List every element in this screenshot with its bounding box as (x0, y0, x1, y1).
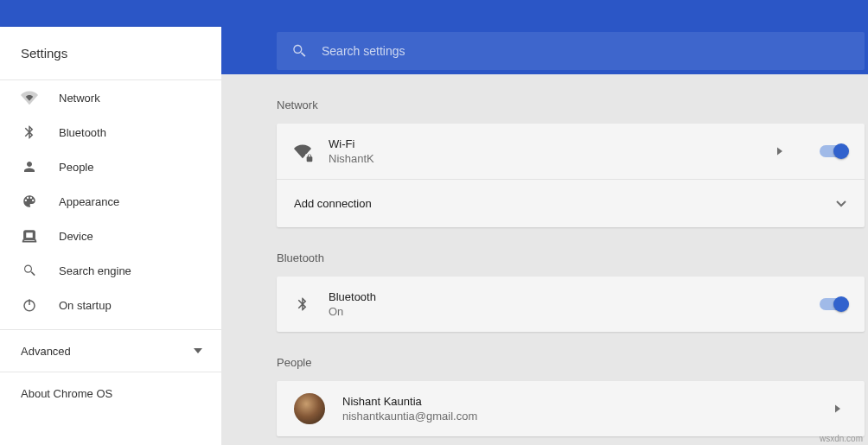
bluetooth-toggle[interactable] (820, 298, 847, 310)
add-connection-text: Add connection (294, 197, 828, 210)
chevron-down-icon (835, 198, 847, 210)
section-title-people: People (221, 332, 868, 381)
arrow-right-icon[interactable] (775, 146, 785, 156)
sidebar-item-bluetooth[interactable]: Bluetooth (0, 115, 221, 149)
bluetooth-status: On (329, 305, 820, 318)
title-bar (0, 0, 868, 27)
advanced-label: Advanced (21, 345, 71, 358)
power-icon (21, 296, 38, 314)
sidebar-item-label: Network (59, 92, 100, 105)
search-icon (21, 262, 38, 279)
content-area: Network Wi-Fi NishantK Add connection (221, 27, 868, 445)
wifi-connected-icon (294, 143, 311, 160)
sidebar-item-appearance[interactable]: Appearance (0, 184, 221, 219)
sidebar-item-label: People (59, 161, 93, 174)
add-connection-row[interactable]: Add connection (277, 179, 865, 227)
wifi-icon (21, 89, 38, 106)
sidebar-advanced[interactable]: Advanced (0, 330, 221, 372)
sidebar-item-network[interactable]: Network (0, 80, 221, 115)
sidebar-item-label: Bluetooth (59, 126, 106, 139)
scroll-area: Network Wi-Fi NishantK Add connection (221, 74, 868, 445)
svg-rect-1 (23, 239, 36, 241)
bluetooth-row[interactable]: Bluetooth On (277, 277, 865, 332)
user-name: Nishant Kauntia (342, 395, 825, 408)
network-card: Wi-Fi NishantK Add connection (277, 124, 865, 227)
person-icon (21, 158, 38, 175)
search-bar[interactable] (277, 32, 865, 70)
bluetooth-label: Bluetooth (329, 290, 820, 303)
search-icon (290, 42, 308, 60)
sidebar-item-label: On startup (59, 299, 112, 312)
sidebar-item-label: Search engine (59, 264, 131, 277)
section-title-bluetooth: Bluetooth (221, 227, 868, 277)
search-header (221, 27, 868, 74)
bluetooth-row-icon (294, 296, 311, 313)
user-email: nishantkauntia@gmail.com (342, 410, 825, 423)
sidebar-item-label: Appearance (59, 195, 119, 208)
wifi-toggle[interactable] (820, 145, 847, 157)
dropdown-icon (194, 348, 202, 353)
wifi-text: Wi-Fi NishantK (329, 137, 768, 165)
sidebar-item-label: Device (59, 230, 93, 243)
wifi-label: Wi-Fi (329, 137, 768, 150)
people-card: Nishant Kauntia nishantkauntia@gmail.com (277, 381, 865, 436)
bluetooth-text: Bluetooth On (329, 290, 820, 318)
arrow-right-icon (832, 403, 844, 415)
sidebar-about[interactable]: About Chrome OS (0, 372, 221, 414)
add-connection-label: Add connection (294, 197, 828, 210)
palette-icon (21, 193, 38, 210)
sidebar: Settings Network Bluetooth People Appear… (0, 27, 221, 445)
wifi-row[interactable]: Wi-Fi NishantK (277, 124, 865, 179)
user-row[interactable]: Nishant Kauntia nishantkauntia@gmail.com (277, 381, 865, 436)
sidebar-item-search-engine[interactable]: Search engine (0, 253, 221, 288)
laptop-icon (21, 227, 38, 245)
wifi-name: NishantK (329, 152, 768, 165)
sidebar-item-on-startup[interactable]: On startup (0, 288, 221, 322)
sidebar-item-device[interactable]: Device (0, 219, 221, 253)
sidebar-item-people[interactable]: People (0, 149, 221, 184)
section-title-network: Network (221, 74, 868, 124)
user-text: Nishant Kauntia nishantkauntia@gmail.com (342, 395, 825, 423)
sidebar-title: Settings (0, 27, 221, 79)
search-input[interactable] (322, 32, 865, 70)
avatar (294, 393, 325, 424)
bluetooth-icon (21, 124, 38, 141)
about-label: About Chrome OS (21, 387, 112, 400)
bluetooth-card: Bluetooth On (277, 277, 865, 332)
